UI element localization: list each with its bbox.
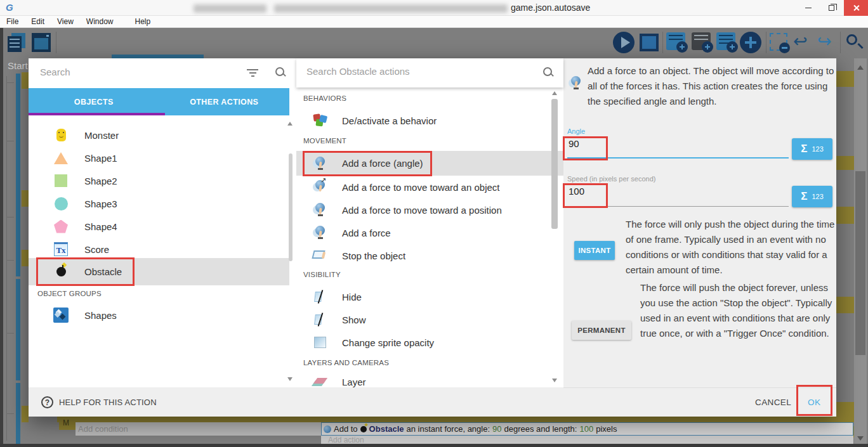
redo-icon[interactable]: ↪ xyxy=(817,32,832,51)
instant-button[interactable]: INSTANT xyxy=(574,241,615,260)
events-scrollbar-thumb[interactable] xyxy=(855,171,865,355)
search-toolbar-icon[interactable] xyxy=(845,33,864,52)
angle-expression-button[interactable]: Σ 123 xyxy=(792,138,832,160)
behavior-icon xyxy=(313,114,327,127)
event-header-stub xyxy=(22,406,29,422)
maximize-button[interactable] xyxy=(820,0,843,16)
middle-panel-scroll-up-icon[interactable] xyxy=(552,91,557,95)
menu-view[interactable]: View xyxy=(51,17,80,26)
object-groups-header: OBJECT GROUPS xyxy=(37,290,102,297)
tab-objects-label: OBJECTS xyxy=(74,98,114,107)
action-search-input[interactable] xyxy=(306,66,497,77)
action-text-3: pixels xyxy=(596,424,617,434)
event-indent-bar xyxy=(16,74,20,194)
add-event-icon[interactable] xyxy=(692,32,711,50)
speed-expression-button[interactable]: Σ 123 xyxy=(792,186,832,207)
object-item-shape2[interactable]: Shape2 xyxy=(29,169,289,192)
close-icon xyxy=(853,4,860,11)
object-search-input[interactable] xyxy=(40,67,230,77)
event-indent-bar xyxy=(16,279,20,380)
object-item-shape4[interactable]: Shape4 xyxy=(29,215,289,238)
action-label: Add a force to move toward a position xyxy=(342,205,502,216)
tab-other-actions[interactable]: OTHER ACTIONS xyxy=(159,88,290,115)
toolbar-divider xyxy=(56,32,56,53)
left-panel-scroll-down-icon[interactable] xyxy=(287,377,293,381)
force-icon xyxy=(313,203,327,217)
help-icon[interactable]: ? xyxy=(41,396,53,408)
action-label: Hide xyxy=(342,292,362,302)
left-panel-scroll-up-icon[interactable] xyxy=(287,122,293,126)
event-action-row[interactable]: Add to Obstacle an instant force, angle:… xyxy=(321,422,853,436)
event-header-stub xyxy=(836,402,854,417)
action-item-force-toward-position[interactable]: Add a force to move toward a position xyxy=(296,198,563,221)
pentagon-icon xyxy=(54,220,68,233)
menu-file[interactable]: File xyxy=(0,17,25,26)
permanent-button[interactable]: PERMANENT xyxy=(572,321,631,340)
section-movement: MOVEMENT xyxy=(303,137,346,145)
group-shapes-icon xyxy=(53,308,69,323)
cancel-button[interactable]: CANCEL xyxy=(755,398,791,407)
play-icon[interactable] xyxy=(613,32,635,53)
menu-help[interactable]: Help xyxy=(129,17,157,26)
debug-icon[interactable] xyxy=(640,34,659,51)
filter-icon[interactable] xyxy=(246,69,259,79)
onetwothree-label: 123 xyxy=(812,145,823,153)
scroll-up-icon[interactable] xyxy=(857,65,864,70)
event-tick xyxy=(6,413,14,414)
menu-edit[interactable]: Edit xyxy=(25,17,51,26)
event-header-stub xyxy=(22,190,29,207)
project-manager-icon[interactable] xyxy=(8,33,25,52)
add-icon[interactable] xyxy=(740,32,761,53)
highlight-obstacle xyxy=(36,257,135,286)
add-condition-placeholder[interactable]: Add condition xyxy=(76,422,321,436)
middle-panel-scroll-down-icon[interactable] xyxy=(552,379,557,382)
scene-editor-icon[interactable] xyxy=(32,33,51,52)
event-header-stub xyxy=(836,297,854,313)
action-object-name: Obstacle xyxy=(369,424,404,434)
instant-description: The force will only push the object duri… xyxy=(626,217,836,278)
help-for-action-link[interactable]: HELP FOR THIS ACTION xyxy=(59,398,157,407)
undo-icon[interactable]: ↩ xyxy=(793,32,808,51)
event-header-stub xyxy=(836,207,854,224)
object-item-shape1[interactable]: Shape1 xyxy=(29,146,289,169)
highlight-speed-value xyxy=(563,183,608,208)
action-item-add-force[interactable]: Add a force xyxy=(296,221,563,244)
action-item-layer[interactable]: Layer xyxy=(296,375,563,388)
tab-objects[interactable]: OBJECTS xyxy=(29,88,159,115)
scroll-down-icon[interactable] xyxy=(857,436,864,441)
left-panel-scrollbar-thumb[interactable] xyxy=(289,153,293,261)
action-label: De/activate a behavior xyxy=(342,115,437,126)
group-label: Shapes xyxy=(84,310,117,321)
object-tabs: OBJECTS OTHER ACTIONS xyxy=(29,88,289,115)
middle-panel-scrollbar-thumb[interactable] xyxy=(551,99,558,229)
add-action-placeholder[interactable]: Add action xyxy=(321,436,853,444)
deselect-icon[interactable] xyxy=(770,33,787,51)
triangle-icon xyxy=(54,152,68,164)
object-item-shape3[interactable]: Shape3 xyxy=(29,192,289,215)
highlight-ok-button xyxy=(796,385,832,416)
action-editor-dialog: OBJECTS OTHER ACTIONS Monster Shape1 Sha… xyxy=(29,58,836,417)
action-item-show[interactable]: Show xyxy=(296,308,563,331)
group-item-shapes[interactable]: Shapes xyxy=(29,304,289,327)
event-header-row xyxy=(57,417,854,422)
action-label: Add a force to move toward an object xyxy=(342,182,499,193)
action-item-force-toward-object[interactable]: ↗ Add a force to move toward an object xyxy=(296,176,563,198)
menu-window[interactable]: Window xyxy=(80,17,129,26)
action-label: Add a force xyxy=(342,228,391,238)
menu-bar: File Edit View Window Help xyxy=(0,16,868,28)
action-label: Show xyxy=(342,314,366,325)
minimize-icon xyxy=(805,8,812,8)
minimize-button[interactable] xyxy=(797,0,820,16)
action-item-deactivate-behavior[interactable]: De/activate a behavior xyxy=(296,109,563,132)
object-item-monster[interactable]: Monster xyxy=(29,124,289,146)
event-tick xyxy=(6,260,14,261)
add-comment-icon[interactable] xyxy=(716,32,735,50)
action-item-change-opacity[interactable]: Change sprite opacity xyxy=(296,331,563,354)
toolbar-divider xyxy=(840,32,841,53)
scene-tab-label[interactable]: Start xyxy=(8,60,29,71)
action-item-stop-object[interactable]: Stop the object xyxy=(296,244,563,267)
action-item-hide[interactable]: Hide xyxy=(296,285,563,308)
add-object-icon[interactable] xyxy=(666,32,685,50)
action-label: Stop the object xyxy=(342,250,405,261)
close-button[interactable] xyxy=(844,0,868,16)
